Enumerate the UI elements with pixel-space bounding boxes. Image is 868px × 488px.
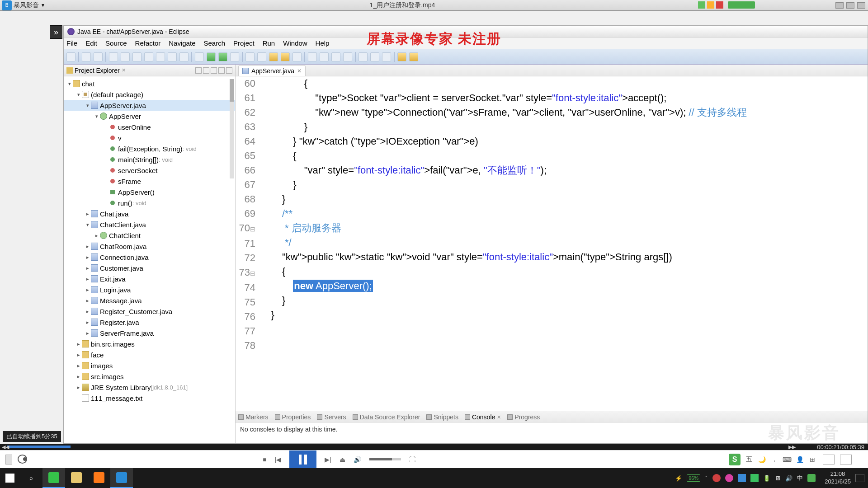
- notifications-button[interactable]: [855, 474, 864, 482]
- forward-icon[interactable]: ▶▶: [788, 444, 796, 450]
- tree-class[interactable]: AppServer: [109, 113, 141, 120]
- search-button[interactable]: ⌕: [20, 468, 42, 488]
- menu-navigate[interactable]: Navigate: [169, 39, 195, 47]
- collapse-all-button[interactable]: [195, 67, 202, 74]
- ime-mode[interactable]: 五: [745, 455, 753, 464]
- forward-button[interactable]: [409, 52, 418, 61]
- tree-lib[interactable]: JRE System Library: [91, 384, 151, 391]
- tree-file[interactable]: Customer.java: [100, 264, 143, 272]
- new-button[interactable]: [66, 52, 75, 61]
- tool-button[interactable]: [343, 52, 352, 61]
- menu-help[interactable]: Help: [316, 39, 330, 47]
- moon-icon[interactable]: 🌙: [758, 455, 766, 464]
- dropdown-icon[interactable]: ▼: [41, 3, 45, 8]
- tree-pkg[interactable]: (default package): [91, 91, 143, 99]
- menu-edit[interactable]: Edit: [85, 39, 97, 47]
- tool-button[interactable]: [121, 52, 130, 61]
- volume-icon[interactable]: 🔊: [785, 475, 793, 482]
- tree-member[interactable]: userOnline: [118, 123, 151, 131]
- tool-button[interactable]: [281, 52, 290, 61]
- editor-tab-active[interactable]: AppServer.java ✕: [238, 65, 306, 76]
- run-last-button[interactable]: [218, 52, 227, 61]
- project-tree[interactable]: ▾chat ▾(default package) ▾AppServer.java…: [64, 76, 235, 443]
- tool-button[interactable]: [156, 52, 165, 61]
- tree-member[interactable]: AppServer(): [118, 188, 155, 196]
- play-pause-button[interactable]: [289, 450, 316, 469]
- start-button[interactable]: [0, 468, 20, 488]
- clock[interactable]: 21:08 2021/6/25: [820, 470, 855, 486]
- sogou-tray-icon[interactable]: [807, 474, 816, 482]
- tab-servers[interactable]: Servers: [317, 413, 346, 421]
- maximize-button[interactable]: [846, 2, 854, 9]
- tree-file[interactable]: Login.java: [100, 286, 131, 294]
- back-button[interactable]: [397, 52, 406, 61]
- tree-file[interactable]: ServerFrame.java: [100, 329, 154, 337]
- task-explorer[interactable]: [65, 468, 88, 488]
- menu-refactor[interactable]: Refactor: [135, 39, 161, 47]
- tab-console[interactable]: Console ✕: [465, 413, 501, 421]
- tray-app-icon[interactable]: [738, 474, 746, 482]
- menu-search[interactable]: Search: [203, 39, 225, 47]
- tree-file[interactable]: Connection.java: [100, 253, 149, 261]
- minimize-button[interactable]: [218, 67, 225, 74]
- perspective-switch-icon[interactable]: »: [50, 25, 62, 39]
- view-menu-button[interactable]: [211, 67, 217, 74]
- tool-button[interactable]: [257, 52, 266, 61]
- tab-datasource[interactable]: Data Source Explorer: [353, 413, 420, 421]
- person-icon[interactable]: 👤: [796, 455, 804, 464]
- save-all-button[interactable]: [94, 52, 103, 61]
- tree-txt[interactable]: 111_message.txt: [91, 394, 142, 402]
- tree-member[interactable]: v: [118, 134, 122, 142]
- keyboard-icon[interactable]: ⌨: [783, 455, 791, 464]
- settings-button[interactable]: [840, 455, 852, 465]
- tree-file[interactable]: Chat.java: [100, 210, 128, 218]
- link-editor-button[interactable]: [203, 67, 209, 74]
- save-button[interactable]: [82, 52, 91, 61]
- menu-project[interactable]: Project: [233, 39, 255, 47]
- comma-icon[interactable]: ，: [770, 455, 778, 464]
- tool-button[interactable]: [382, 52, 391, 61]
- progress-bar-row[interactable]: ◀◀ ▶▶ 00:00:21/00:05:39: [0, 444, 868, 450]
- tool-button[interactable]: [245, 52, 255, 61]
- close-icon[interactable]: ✕: [122, 67, 126, 73]
- tree-file-selected[interactable]: AppServer.java: [100, 102, 146, 109]
- library-button[interactable]: [5, 455, 12, 465]
- tray-app-icon[interactable]: [712, 474, 721, 482]
- tree-file[interactable]: Message.java: [100, 297, 142, 305]
- fullscreen-button[interactable]: ⛶: [409, 456, 415, 463]
- tool-button[interactable]: [320, 52, 329, 61]
- eject-button[interactable]: ⏏: [340, 456, 345, 463]
- menu-source[interactable]: Source: [105, 39, 127, 47]
- rewind-icon[interactable]: ◀◀: [2, 444, 9, 450]
- tree-member[interactable]: sFrame: [118, 178, 141, 185]
- close-button[interactable]: [857, 2, 865, 9]
- tree-file[interactable]: Exit.java: [100, 275, 126, 283]
- tool-button[interactable]: [331, 52, 340, 61]
- network-icon[interactable]: 🖥: [775, 475, 781, 482]
- menu-window[interactable]: Window: [283, 39, 307, 47]
- wechat-icon[interactable]: [750, 474, 759, 482]
- code-lines[interactable]: { "type">Socket "var">client = serverSoc…: [260, 76, 868, 411]
- grid-icon[interactable]: ⊞: [808, 455, 816, 464]
- tree-file[interactable]: Register.java: [100, 319, 139, 326]
- tree-file[interactable]: Register_Customer.java: [100, 308, 172, 315]
- tool-button[interactable]: [168, 52, 177, 61]
- tree-member[interactable]: run(): [118, 199, 132, 207]
- sogou-ime-icon[interactable]: S: [729, 454, 741, 465]
- tree-class[interactable]: ChatClient: [109, 232, 141, 239]
- battery-level[interactable]: 96%: [687, 474, 700, 482]
- tree-member[interactable]: main(String[]): [118, 156, 159, 164]
- minimize-button[interactable]: [835, 2, 844, 9]
- prev-button[interactable]: |◀: [275, 456, 282, 463]
- tree-folder[interactable]: face: [91, 351, 104, 359]
- tab-markers[interactable]: Markers: [238, 413, 269, 421]
- tool-button[interactable]: [132, 52, 142, 61]
- tab-snippets[interactable]: Snippets: [426, 413, 458, 421]
- menu-file[interactable]: File: [66, 39, 77, 47]
- tool-button[interactable]: [230, 52, 239, 61]
- progress-bar[interactable]: [7, 446, 71, 448]
- tool-button[interactable]: [269, 52, 278, 61]
- battery-icon[interactable]: 🔋: [763, 475, 770, 482]
- tree-folder[interactable]: images: [91, 362, 113, 370]
- tool-button[interactable]: [144, 52, 153, 61]
